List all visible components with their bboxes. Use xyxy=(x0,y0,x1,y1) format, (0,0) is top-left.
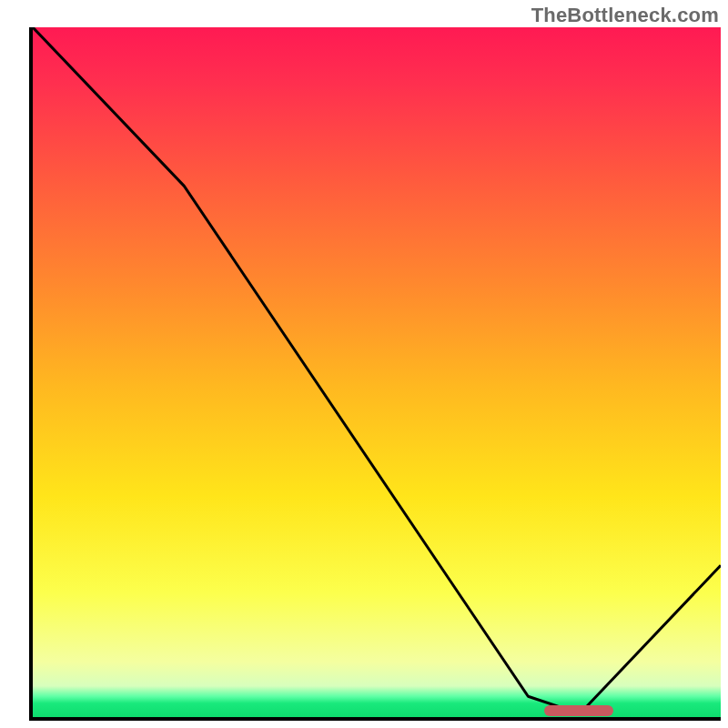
watermark-text: TheBottleneck.com xyxy=(531,4,719,27)
chart-container: TheBottleneck.com xyxy=(0,0,728,728)
optimal-marker xyxy=(544,705,613,716)
curve-path xyxy=(33,27,721,710)
plot-area xyxy=(29,27,721,721)
curve-svg xyxy=(33,27,721,717)
